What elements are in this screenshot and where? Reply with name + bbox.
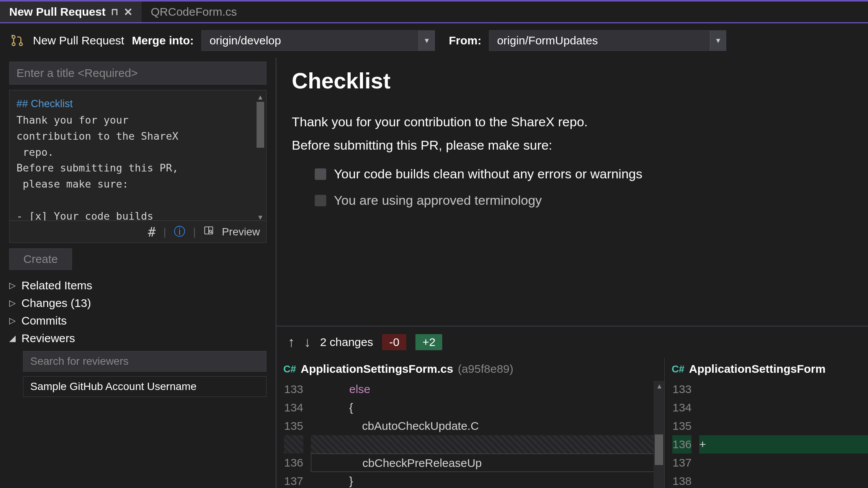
preview-paragraph: Thank you for your contribution to the S… (292, 112, 853, 132)
file-hash: (a95f8e89) (458, 362, 513, 375)
svg-point-4 (209, 230, 212, 232)
tab-qrcodeform[interactable]: QRCodeForm.cs (142, 2, 246, 22)
scrollbar[interactable]: ▲ (654, 381, 664, 488)
dropdown-value: origin/FormUpdates (489, 34, 710, 47)
chevron-right-icon: ▷ (9, 281, 17, 291)
from-label: From: (449, 34, 481, 47)
preview-paragraph: Before submitting this PR, please make s… (292, 135, 853, 155)
tree-changes[interactable]: ▷ Changes (13) (9, 294, 266, 312)
markdown-icon[interactable]: # (148, 224, 155, 240)
tab-label: QRCodeForm.cs (151, 5, 237, 18)
create-button[interactable]: Create (9, 248, 72, 270)
info-icon[interactable]: ⓘ (174, 224, 185, 240)
description-textarea[interactable]: ## Checklist Thank you for your contribu… (10, 90, 266, 220)
tree-related-items[interactable]: ▷ Related Items (9, 277, 266, 294)
chevron-down-icon: ◢ (9, 333, 17, 343)
right-panel: Checklist Thank you for your contributio… (276, 58, 868, 488)
checklist-row: You are using approved terminology (292, 193, 853, 208)
checklist-label: Your code builds clean without any error… (334, 166, 642, 181)
toolbar: New Pull Request Merge into: origin/deve… (0, 23, 868, 58)
chevron-right-icon: ▷ (9, 316, 17, 326)
chevron-right-icon: ▷ (9, 298, 17, 308)
code-area[interactable]: 133134135136137138139140 +#endif--------… (665, 380, 868, 488)
deletions-badge: -0 (382, 334, 406, 350)
diff-file-right: C# ApplicationSettingsForm 1331341351361… (665, 358, 868, 488)
arrow-down-icon[interactable]: ↓ (304, 334, 311, 350)
tab-bar: New Pull Request ⊓ ✕ QRCodeForm.cs (0, 2, 868, 23)
dropdown-value: origin/develop (202, 34, 418, 47)
chevron-down-icon[interactable]: ▼ (710, 31, 726, 51)
from-dropdown[interactable]: origin/FormUpdates ▼ (489, 30, 726, 51)
preview-icon[interactable] (203, 225, 214, 238)
file-name: ApplicationSettingsForm (689, 362, 826, 375)
toolbar-title: New Pull Request (33, 34, 124, 47)
code-area[interactable]: 133134135136137138139 else { cbAutoCheck… (276, 380, 664, 488)
description-toolbar: # | ⓘ | Preview (10, 220, 266, 243)
chevron-down-icon[interactable]: ▼ (418, 31, 435, 51)
diff-file-left: C# ApplicationSettingsForm.cs (a95f8e89)… (276, 358, 665, 488)
description-box: ## Checklist Thank you for your contribu… (9, 90, 266, 243)
merge-into-label: Merge into: (132, 34, 194, 47)
title-input[interactable]: Enter a title <Required> (9, 62, 266, 85)
pin-icon[interactable]: ⊓ (111, 7, 118, 17)
file-header: C# ApplicationSettingsForm.cs (a95f8e89) (276, 358, 664, 380)
preview-label[interactable]: Preview (222, 226, 260, 238)
tree-reviewers[interactable]: ◢ Reviewers (9, 330, 266, 347)
left-panel: Enter a title <Required> ## Checklist Th… (0, 58, 276, 488)
pull-request-icon (9, 33, 25, 49)
changes-count: 2 changes (320, 336, 373, 349)
preview-pane: Checklist Thank you for your contributio… (276, 58, 868, 326)
additions-badge: +2 (415, 334, 442, 350)
scrollbar-thumb[interactable] (655, 434, 663, 465)
tree-label: Related Items (21, 279, 92, 292)
file-name: ApplicationSettingsForm.cs (301, 362, 453, 375)
checkbox[interactable] (315, 195, 326, 206)
arrow-up-icon[interactable]: ↑ (288, 334, 295, 350)
scroll-up-icon[interactable]: ▲ (656, 382, 663, 390)
scrollbar-thumb[interactable] (257, 102, 264, 148)
scrollbar[interactable] (255, 94, 265, 217)
diff-pane: ↑ ↓ 2 changes -0 +2 C# ApplicationSettin… (276, 326, 868, 488)
checklist-label: You are using approved terminology (334, 193, 542, 208)
file-header: C# ApplicationSettingsForm (665, 358, 868, 380)
merge-into-dropdown[interactable]: origin/develop ▼ (201, 30, 435, 51)
reviewer-item[interactable]: Sample GitHub Account Username (23, 376, 266, 397)
tab-new-pull-request[interactable]: New Pull Request ⊓ ✕ (0, 2, 142, 22)
checkbox[interactable] (315, 168, 326, 180)
preview-heading: Checklist (292, 68, 853, 93)
tree-label: Reviewers (21, 332, 75, 345)
tree-label: Commits (21, 314, 67, 327)
separator: | (193, 226, 196, 238)
svg-point-1 (12, 43, 15, 46)
checklist-row: Your code builds clean without any error… (292, 166, 853, 181)
language-badge: C# (672, 363, 684, 375)
close-icon[interactable]: ✕ (124, 6, 132, 18)
reviewer-search-input[interactable]: Search for reviewers (23, 351, 266, 372)
tree-label: Changes (13) (21, 297, 91, 310)
language-badge: C# (283, 363, 296, 375)
separator: | (163, 226, 166, 238)
svg-point-2 (20, 43, 23, 46)
tree-commits[interactable]: ▷ Commits (9, 312, 266, 330)
diff-toolbar: ↑ ↓ 2 changes -0 +2 (276, 326, 868, 358)
tab-label: New Pull Request (9, 5, 106, 18)
